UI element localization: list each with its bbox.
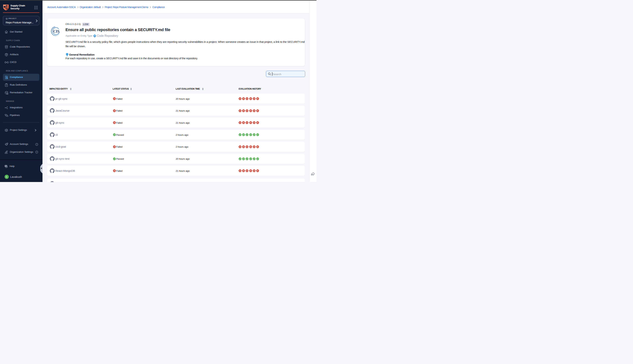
- svg-text:?: ?: [6, 165, 7, 167]
- svg-text:CIS: CIS: [53, 29, 59, 33]
